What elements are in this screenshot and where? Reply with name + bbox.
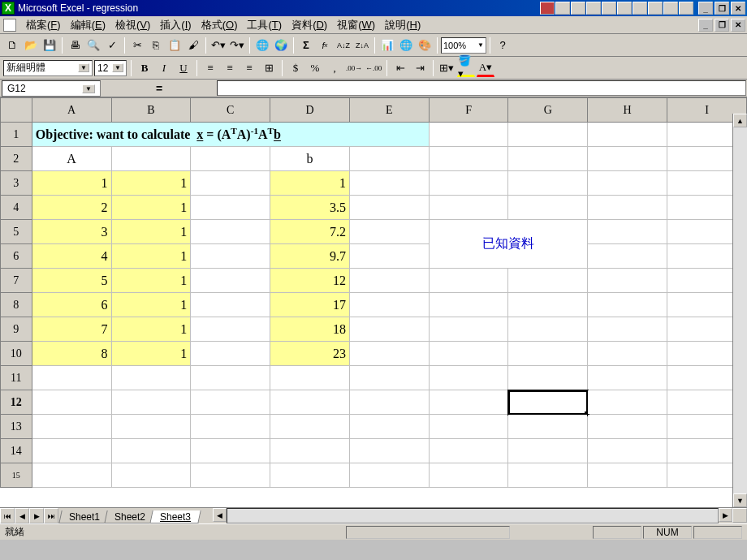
- zoom-combo[interactable]: 100% ▼: [441, 37, 486, 54]
- cell-C2[interactable]: [191, 147, 270, 171]
- scroll-up-button[interactable]: ▲: [733, 114, 747, 127]
- align-center-button[interactable]: ≡: [221, 59, 239, 77]
- paste-button[interactable]: 📋: [166, 37, 184, 54]
- cell-B3[interactable]: 1: [111, 171, 191, 196]
- merge-center-button[interactable]: ⊞: [260, 59, 278, 77]
- cell-C14[interactable]: [191, 439, 270, 463]
- cell-B10[interactable]: 1: [111, 342, 191, 366]
- systray-icon[interactable]: [617, 2, 632, 15]
- menu-window[interactable]: 視窗(W): [332, 16, 380, 34]
- cell-A1[interactable]: Objective: want to calculate x = (ATA)-1…: [32, 123, 429, 147]
- first-sheet-button[interactable]: ⏮: [0, 508, 15, 523]
- col-header-D[interactable]: D: [270, 98, 350, 123]
- row-header-9[interactable]: 9: [1, 317, 32, 342]
- cell-A8[interactable]: 6: [32, 293, 111, 317]
- chart-wizard-button[interactable]: 📊: [378, 37, 396, 54]
- cell-F15[interactable]: [429, 463, 508, 488]
- cell-E3[interactable]: [349, 171, 429, 196]
- autosum-button[interactable]: Σ: [297, 37, 315, 54]
- cell-A3[interactable]: 1: [32, 171, 111, 196]
- col-header-E[interactable]: E: [349, 98, 429, 123]
- menu-edit[interactable]: 編輯(E): [66, 16, 110, 34]
- cell-A6[interactable]: 4: [32, 244, 111, 269]
- systray-icon[interactable]: [633, 2, 647, 15]
- align-left-button[interactable]: ≡: [201, 59, 219, 77]
- cell-A12[interactable]: [32, 390, 111, 415]
- decrease-decimal-button[interactable]: ←.00: [365, 59, 382, 77]
- mdi-close-button[interactable]: ✕: [731, 19, 745, 32]
- row-header-14[interactable]: 14: [1, 439, 32, 463]
- cell-D6[interactable]: 9.7: [270, 244, 350, 269]
- web-toolbar-button[interactable]: 🌍: [272, 37, 290, 54]
- cell-A15[interactable]: [32, 463, 111, 488]
- scroll-right-button[interactable]: ▶: [719, 508, 732, 522]
- cell-H10[interactable]: [588, 342, 667, 366]
- cell-D14[interactable]: [270, 439, 350, 463]
- row-header-5[interactable]: 5: [1, 220, 32, 244]
- cell-F11[interactable]: [429, 366, 508, 390]
- cell-H1[interactable]: [588, 123, 667, 147]
- scroll-down-button[interactable]: ▼: [733, 493, 747, 507]
- formula-bar[interactable]: [217, 80, 746, 96]
- hyperlink-button[interactable]: 🌐: [253, 37, 271, 54]
- cell-H11[interactable]: [588, 366, 667, 390]
- italic-button[interactable]: I: [155, 59, 173, 77]
- format-painter-button[interactable]: 🖌: [184, 37, 202, 54]
- row-header-8[interactable]: 8: [1, 293, 32, 317]
- cell-D15[interactable]: [270, 463, 350, 488]
- cell-H14[interactable]: [588, 439, 667, 463]
- drawing-toolbar-button[interactable]: 🎨: [416, 37, 434, 54]
- sheet-tab-2[interactable]: Sheet2: [104, 510, 155, 523]
- cell-H9[interactable]: [588, 317, 667, 342]
- cell-C11[interactable]: [191, 366, 270, 390]
- mdi-maximize-button[interactable]: ❐: [715, 19, 729, 32]
- help-button[interactable]: ?: [494, 37, 512, 54]
- align-right-button[interactable]: ≡: [240, 59, 258, 77]
- cell-G8[interactable]: [508, 293, 588, 317]
- currency-button[interactable]: $: [287, 59, 304, 77]
- new-button[interactable]: 🗋: [3, 37, 21, 54]
- print-button[interactable]: 🖶: [66, 37, 84, 54]
- open-button[interactable]: 📂: [22, 37, 40, 54]
- cell-F9[interactable]: [429, 317, 508, 342]
- cell-F12[interactable]: [429, 390, 508, 415]
- cell-E11[interactable]: [349, 366, 429, 390]
- name-box[interactable]: G12 ▼: [2, 80, 101, 97]
- cell-H5[interactable]: [588, 220, 667, 244]
- cell-B15[interactable]: [111, 463, 191, 488]
- cell-A5[interactable]: 3: [32, 220, 111, 244]
- document-icon[interactable]: [3, 19, 16, 32]
- cell-D5[interactable]: 7.2: [270, 220, 350, 244]
- cell-E2[interactable]: [349, 147, 429, 171]
- systray-icon[interactable]: [540, 2, 555, 15]
- cell-B2[interactable]: [111, 147, 191, 171]
- cell-F4[interactable]: [429, 196, 508, 220]
- cell-C10[interactable]: [191, 342, 270, 366]
- row-header-11[interactable]: 11: [1, 366, 32, 390]
- cell-G1[interactable]: [508, 123, 588, 147]
- cell-H12[interactable]: [588, 390, 667, 415]
- sheet-tab-3[interactable]: Sheet3: [149, 510, 201, 523]
- increase-decimal-button[interactable]: .00→: [345, 59, 363, 77]
- sort-asc-button[interactable]: A↓Z: [335, 37, 352, 54]
- cell-C4[interactable]: [191, 196, 270, 220]
- prev-sheet-button[interactable]: ◀: [15, 508, 29, 523]
- cell-A14[interactable]: [32, 439, 111, 463]
- cell-B9[interactable]: 1: [111, 317, 191, 342]
- cell-E8[interactable]: [349, 293, 429, 317]
- cell-D2[interactable]: b: [270, 147, 350, 171]
- decrease-indent-button[interactable]: ⇤: [391, 59, 409, 77]
- next-sheet-button[interactable]: ▶: [29, 508, 44, 523]
- cell-D7[interactable]: 12: [270, 269, 350, 293]
- systray-icon[interactable]: [571, 2, 585, 15]
- cell-F2[interactable]: [429, 147, 508, 171]
- menu-insert[interactable]: 插入(I): [155, 16, 196, 34]
- cell-H7[interactable]: [588, 269, 667, 293]
- row-header-3[interactable]: 3: [1, 171, 32, 196]
- cell-E7[interactable]: [349, 269, 429, 293]
- scroll-track[interactable]: [227, 508, 719, 523]
- undo-button[interactable]: ↶▾: [209, 37, 227, 54]
- print-preview-button[interactable]: 🔍: [84, 37, 102, 54]
- row-header-7[interactable]: 7: [1, 269, 32, 293]
- menu-data[interactable]: 資料(D): [287, 16, 332, 34]
